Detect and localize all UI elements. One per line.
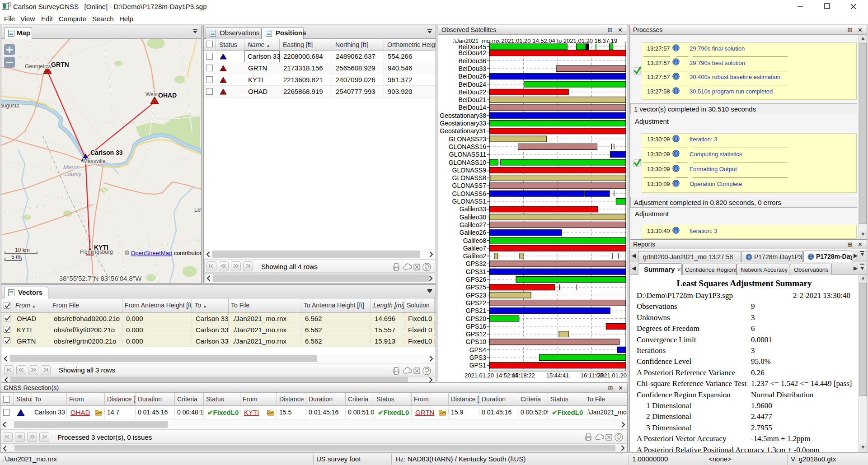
svg-text:Galileo7: Galileo7	[463, 245, 487, 252]
svg-text:BeiDou33: BeiDou33	[459, 65, 487, 72]
svg-text:38°55'52.7"N 83°56'04.8"W: 38°55'52.7"N 83°56'04.8"W	[59, 274, 142, 282]
svg-text:GPS21: GPS21	[466, 307, 486, 314]
svg-text:GLONASS8: GLONASS8	[452, 174, 487, 181]
svg-text:© OpenStreetMap contributors: © OpenStreetMap contributors	[125, 250, 201, 256]
svg-text:2021.01.20 14:52:04: 2021.01.20 14:52:04	[464, 372, 518, 379]
svg-text:Galileo33: Galileo33	[460, 205, 486, 213]
svg-text:Carlson 33: Carlson 33	[90, 149, 123, 156]
svg-text:GLONASS7: GLONASS7	[452, 182, 487, 189]
svg-text:GLONASS1: GLONASS1	[452, 198, 487, 205]
svg-text:GPS16: GPS16	[466, 323, 486, 330]
svg-text:GPS26: GPS26	[466, 276, 486, 283]
svg-text:2021.01.20: 2021.01.20	[597, 372, 627, 379]
svg-text:5 mi: 5 mi	[11, 254, 22, 260]
svg-text:Galileo30: Galileo30	[460, 214, 486, 221]
svg-text:GPS22: GPS22	[466, 299, 486, 307]
svg-text:GPS12: GPS12	[466, 330, 486, 338]
svg-text:BeiDou36: BeiDou36	[459, 57, 487, 65]
svg-text:OHAD: OHAD	[158, 92, 177, 99]
svg-text:Geostationary31: Geostationary31	[440, 127, 486, 135]
svg-text:GPS23: GPS23	[466, 292, 486, 299]
svg-text:GLONASS6: GLONASS6	[452, 190, 487, 197]
svg-text:GLONASS9: GLONASS9	[452, 167, 487, 174]
svg-text:augusta: augusta	[1, 102, 19, 109]
svg-text:Georgetown: Georgetown	[25, 63, 54, 70]
svg-text:GPS10: GPS10	[466, 338, 486, 345]
svg-text:GLONASS10: GLONASS10	[449, 159, 486, 166]
svg-text:Mason: Mason	[63, 164, 80, 171]
svg-text:Lew: Lew	[194, 207, 201, 213]
svg-text:BeiDou26: BeiDou26	[459, 73, 487, 80]
svg-text:GPS3: GPS3	[469, 354, 487, 361]
svg-text:GRTN: GRTN	[51, 61, 69, 68]
svg-text:15:18:22: 15:18:22	[512, 372, 535, 379]
svg-text:GPS31: GPS31	[466, 268, 486, 275]
svg-text:15:44:41: 15:44:41	[546, 372, 569, 379]
svg-text:Galileo26: Galileo26	[460, 229, 486, 236]
svg-text:10 km: 10 km	[15, 247, 30, 253]
svg-text:GPS25: GPS25	[466, 284, 486, 291]
svg-text:Galileo27: Galileo27	[460, 221, 486, 228]
svg-text:GLONASS16: GLONASS16	[449, 143, 486, 150]
svg-text:Galileo8: Galileo8	[463, 237, 487, 244]
svg-text:GLONASS11: GLONASS11	[449, 151, 486, 158]
svg-text:Galileo2: Galileo2	[463, 252, 487, 260]
svg-text:GPS32: GPS32	[466, 260, 486, 267]
svg-text:BeiDou42: BeiDou42	[459, 49, 487, 56]
svg-text:BeiDou22: BeiDou22	[459, 88, 487, 96]
svg-text:Geostationary38: Geostationary38	[440, 112, 486, 119]
svg-text:GPS1: GPS1	[469, 362, 487, 369]
svg-text:GPS4: GPS4	[469, 346, 487, 353]
svg-text:Geostationary33: Geostationary33	[440, 120, 486, 127]
svg-text:County: County	[64, 171, 82, 177]
svg-text:GLONASS23: GLONASS23	[449, 135, 486, 143]
svg-text:BeiDou14: BeiDou14	[459, 104, 487, 111]
svg-text:Maysville: Maysville	[83, 158, 106, 164]
svg-text:KYTI: KYTI	[94, 244, 108, 251]
svg-text:BeiDou24: BeiDou24	[459, 81, 487, 88]
svg-text:BeiDou21: BeiDou21	[459, 96, 487, 103]
svg-text:GPS20: GPS20	[466, 315, 486, 322]
